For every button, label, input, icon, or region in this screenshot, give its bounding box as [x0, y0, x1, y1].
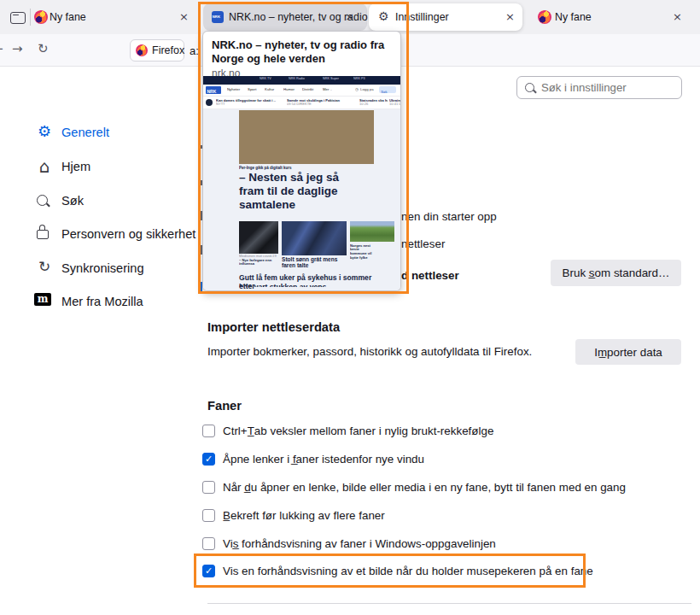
sidebar-item-mer-fra-mozilla[interactable]: m [34, 293, 51, 306]
tab-bar: Ny fane × NRK NRK.no – nyheter, tv og ra… [0, 0, 700, 34]
firefox-icon [136, 44, 148, 56]
tab-nrk[interactable]: NRK NRK.no – nyheter, tv og radio f × [203, 3, 367, 31]
firefox-view-button[interactable] [10, 12, 26, 24]
lock-icon [37, 230, 49, 239]
checkbox-row-switch-to-tab[interactable]: Når d̲u åpner en lenke, bilde eller medi… [202, 479, 626, 495]
close-icon[interactable]: × [673, 10, 682, 24]
mozilla-logo: m [34, 293, 51, 306]
checkbox-unchecked[interactable] [202, 481, 215, 494]
tab-label: Ny fane [50, 11, 86, 23]
firefox-view-icon [10, 12, 26, 24]
back-icon[interactable]: ← [0, 41, 3, 56]
urlbar-text-fragment[interactable]: a: [190, 44, 199, 57]
checkbox-label: Vis en forhåndsvisning av et bilde når d… [223, 565, 593, 577]
reload-icon[interactable]: ↻ [38, 41, 49, 56]
checkbox-row-ctrl-tab[interactable]: Ctrl+T̲ab veksler mellom faner i nylig b… [202, 423, 493, 438]
nrk-navbar: NRK Nyheter Sport Kultur Humor Distrikt … [203, 85, 400, 96]
clock-icon: ◷ [355, 87, 359, 91]
checkbox-unchecked[interactable] [202, 425, 215, 437]
gear-icon: ⚙ [38, 122, 51, 140]
section-divider [207, 603, 691, 604]
firefox-icon [538, 10, 551, 24]
sidebar-label-mer-fra-mozilla[interactable]: Mer fra Mozilla [61, 295, 143, 308]
sidebar-label-hjem[interactable]: Hjem [61, 160, 90, 173]
checkbox-row-tab-hover-preview[interactable]: ✓ Vis en forhåndsvisning av et bilde når… [202, 563, 593, 578]
nrk-logo: NRK [206, 86, 221, 94]
import-data-button[interactable]: Im̲porter data [575, 339, 681, 365]
preview-thumbnail: NRK TV NRK Radio NRK Super NRK P3 NRK Ny… [203, 76, 400, 290]
sidebar-item-personvern[interactable] [37, 224, 49, 239]
sidebar-item-hjem[interactable]: ⌂ [34, 156, 55, 177]
search-icon [525, 83, 534, 92]
sidebar-item-synkronisering[interactable]: ↻ [34, 258, 55, 275]
sidebar-label-sok[interactable]: Søk [61, 194, 84, 208]
checkbox-label: Ctrl+T̲ab veksler mellom faner i nylig b… [223, 425, 493, 437]
settings-search-field[interactable] [516, 76, 682, 99]
import-section-heading: Importer nettleserdata [207, 320, 340, 334]
checkbox-label: Når d̲u åpner en lenke, bilde eller medi… [223, 481, 626, 494]
import-description: Importer bokmerker, passord, historikk o… [207, 345, 532, 358]
tabs-section-heading: Faner [207, 399, 242, 413]
nrk-kicker: Per-Inge gikk på digitalt kurs [239, 166, 292, 170]
tab-separator [30, 9, 31, 26]
nrk-card-image-1 [239, 221, 278, 254]
nrk-favicon: NRK [212, 11, 224, 23]
tab-ny-fane-2[interactable]: Ny fane × [526, 0, 700, 34]
nrk-bottom-headline-cut: han vart stukken av veps [239, 283, 384, 287]
checkbox-label: Åpne lenker i f̲aner istedenfor nye vind… [223, 453, 424, 466]
checkbox-row-confirm-close[interactable]: B̲ekreft før lukking av flere faner [202, 507, 385, 523]
nrk-main-photo [239, 110, 374, 164]
startup-text-fragment-1: nen din starter opp [401, 210, 497, 223]
startup-text-fragment-2: nettleser [401, 237, 445, 250]
checkbox-unchecked[interactable] [202, 509, 215, 522]
tab-innstillinger[interactable]: ⚙ Innstillinger × [369, 3, 522, 31]
checkbox-label: Vis̲ forhåndsvisning av faner i Windows-… [223, 537, 496, 550]
checkbox-row-taskbar-preview[interactable]: Vis̲ forhåndsvisning av faner i Windows-… [202, 536, 496, 551]
checkbox-checked[interactable]: ✓ [202, 453, 215, 466]
checkbox-unchecked[interactable] [202, 537, 215, 550]
tab-ny-fane-1[interactable]: Ny fane × [32, 0, 193, 34]
nrk-search-pill: Søk [379, 86, 396, 93]
urlbar-identity-chip[interactable]: Firefox [130, 39, 184, 62]
close-icon[interactable]: × [345, 10, 354, 24]
nrk-card-image-2 [282, 221, 347, 255]
nrk-headline: – Nesten så jeg så fram til de daglige s… [239, 171, 352, 212]
search-icon [37, 195, 48, 206]
tab-label: Innstillinger [395, 11, 449, 23]
close-icon[interactable]: × [505, 10, 515, 24]
nrk-ticker: Kan dømes tilleggstimar for skatt i .. N… [203, 96, 400, 109]
nrk-topbar: NRK TV NRK Radio NRK Super NRK P3 [203, 76, 400, 85]
default-browser-status-fragment: d nettleser [401, 269, 459, 282]
tab-label: Ny fane [555, 11, 592, 23]
nrk-bottom-headline: Gutt lå fem uker på sykehus i sommer ett… [239, 273, 384, 290]
gear-icon: ⚙ [378, 9, 389, 23]
checkbox-row-open-links-in-tabs[interactable]: ✓ Åpne lenker i f̲aner istedenfor nye vi… [202, 451, 424, 466]
nrk-news-icon [206, 99, 213, 106]
sidebar-item-generelt[interactable]: ⚙ [34, 122, 55, 140]
home-icon: ⌂ [39, 156, 50, 177]
chip-label: Firefox [152, 44, 184, 56]
close-icon[interactable]: × [179, 10, 189, 24]
sidebar-label-synkronisering[interactable]: Synkronisering [61, 261, 144, 275]
sidebar-item-sok[interactable] [37, 195, 48, 206]
search-input[interactable] [540, 80, 671, 95]
nrk-card-image-3 [350, 221, 394, 242]
checkbox-checked[interactable]: ✓ [202, 565, 215, 577]
set-default-button[interactable]: Bruk s̲om standard… [551, 260, 681, 286]
firefox-icon [34, 10, 48, 24]
forward-icon[interactable]: → [12, 41, 23, 56]
sync-icon: ↻ [38, 258, 50, 275]
sidebar-label-generelt[interactable]: Generelt [61, 126, 109, 139]
preview-page-title: NRK.no – nyheter, tv og radio fra Norge … [212, 38, 395, 66]
nrk-page-body: Per-Inge gikk på digitalt kurs – Nesten … [203, 109, 400, 290]
tab-hover-preview-popup: NRK.no – nyheter, tv og radio fra Norge … [202, 31, 401, 291]
sidebar-label-personvern[interactable]: Personvern og sikkerhet [61, 227, 195, 241]
checkbox-label: B̲ekreft før lukking av flere faner [223, 509, 385, 522]
